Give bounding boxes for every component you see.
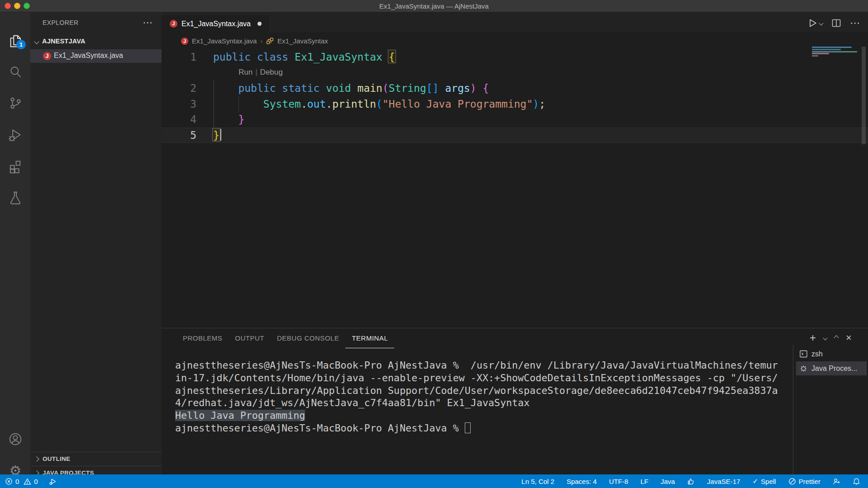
panel-tab-problems[interactable]: PROBLEMS	[176, 328, 229, 348]
minimap-line	[812, 49, 841, 50]
new-terminal-button[interactable]: +	[810, 332, 816, 344]
folder-name: AJNESTJAVA	[42, 38, 86, 45]
terminal-selection: Hello Java Programming	[175, 410, 305, 421]
panel-tab-debug-console[interactable]: DEBUG CONSOLE	[271, 328, 345, 348]
editor-scrollbar[interactable]	[862, 47, 866, 144]
explorer-sidebar: EXPLORER ⋯ AJNESTJAVA J Ex1_JavaSyntax.j…	[30, 12, 162, 474]
tab-ex1-javasyntax[interactable]: J Ex1_JavaSyntax.java	[162, 15, 270, 32]
panel-tab-output[interactable]: OUTPUT	[229, 328, 271, 348]
bottom-panel: PROBLEMSOUTPUTDEBUG CONSOLETERMINAL + × …	[162, 328, 868, 474]
code-text: public static void main(String[] args) {	[213, 81, 489, 96]
editor-tab-bar: J Ex1_JavaSyntax.java ⋯	[162, 12, 868, 32]
status-spell[interactable]: ✓Spell	[751, 474, 777, 488]
code-line-5: 5}	[162, 128, 868, 143]
slash-icon	[788, 478, 796, 485]
chevron-down-icon	[34, 39, 39, 44]
maximize-panel-icon[interactable]	[835, 336, 838, 340]
status-prettier[interactable]: Prettier	[787, 474, 822, 488]
terminal-output[interactable]: ajnesttheseries@AjNesTs-MacBook-Pro AjNe…	[162, 348, 793, 475]
sidebar-section-outline[interactable]: OUTLINE	[30, 452, 162, 466]
more-actions-icon[interactable]: ⋯	[850, 18, 860, 28]
minimap[interactable]	[812, 47, 860, 59]
status-bar: 00 Ln 5, Col 2Spaces: 4UTF-8LFJavaJavaSE…	[0, 474, 868, 488]
unsaved-dot-icon[interactable]	[258, 22, 262, 26]
status-label: JavaSE-17	[707, 478, 740, 485]
activity-account-icon[interactable]	[6, 430, 24, 448]
status-label: Spaces: 4	[567, 478, 597, 485]
code-text: public class Ex1_JavaSyntax {	[213, 49, 395, 65]
symbol-class-icon	[266, 37, 274, 45]
status-bar-left: 00	[4, 474, 58, 488]
code-line-3: 3 System.out.println("Hello Java Program…	[162, 96, 868, 112]
activity-source-control-icon[interactable]	[6, 94, 24, 112]
java-file-icon: J	[181, 38, 188, 45]
terminal-line: 4/redhat.java/jdt_ws/AjNestJava_c7f4aa81…	[175, 397, 791, 409]
status-run-java[interactable]	[48, 474, 58, 488]
activity-bar: 1⚙	[0, 12, 30, 474]
explorer-more-actions-icon[interactable]: ⋯	[143, 17, 153, 28]
code-line-4: 4 }	[162, 112, 868, 128]
code-lens-debug-link[interactable]: Debug	[260, 68, 283, 76]
java-file-icon: J	[43, 52, 51, 60]
breadcrumb-separator: ›	[260, 38, 262, 45]
terminal-list-item-javaproces[interactable]: Java Proces...	[796, 361, 867, 375]
status-bell[interactable]	[851, 474, 862, 488]
status-feedback[interactable]	[831, 474, 842, 488]
close-panel-icon[interactable]: ×	[846, 332, 852, 344]
activity-testing-icon[interactable]	[6, 189, 24, 207]
check-icon: ✓	[753, 477, 758, 485]
chevron-right-icon	[34, 456, 39, 461]
status-label: Ln 5, Col 2	[521, 478, 554, 485]
code-lens-run-link[interactable]: Run	[238, 68, 253, 76]
status-label: 0	[34, 478, 38, 485]
status-utf-8[interactable]: UTF-8	[608, 474, 630, 488]
panel-tab-terminal[interactable]: TERMINAL	[345, 328, 394, 348]
status-0[interactable]: 0	[4, 474, 20, 488]
run-java-button[interactable]	[807, 18, 823, 28]
panel-actions: + ×	[810, 331, 852, 345]
explorer-title: EXPLORER	[43, 19, 78, 26]
code-line-1: 1public class Ex1_JavaSyntax {	[162, 49, 868, 65]
status-java[interactable]: Java	[659, 474, 677, 488]
status-thumbs-up[interactable]	[686, 474, 696, 488]
breadcrumb-file[interactable]: Ex1_JavaSyntax.java	[192, 37, 257, 45]
split-editor-button[interactable]	[831, 18, 842, 28]
breadcrumb-symbol[interactable]: Ex1_JavaSyntax	[277, 37, 328, 45]
minimap-line	[812, 47, 852, 48]
feedback-icon	[833, 478, 840, 485]
activity-search-icon[interactable]	[6, 63, 24, 81]
chevron-down-icon	[819, 21, 824, 25]
section-label: OUTLINE	[43, 455, 70, 462]
line-number: 5	[162, 128, 196, 143]
code-editor[interactable]: 1public class Ex1_JavaSyntax {Run|Debug2…	[162, 49, 868, 328]
java-file-icon: J	[170, 20, 177, 28]
status-lf[interactable]: LF	[639, 474, 650, 488]
code-lens-separator: |	[253, 68, 260, 76]
minimap-line	[812, 55, 818, 57]
status-label: LF	[640, 478, 649, 485]
terminal-list-label: Java Proces...	[811, 365, 857, 373]
terminal-list-item-zsh[interactable]: zsh	[796, 347, 867, 361]
status-spaces-4[interactable]: Spaces: 4	[565, 474, 598, 488]
code-text: }	[213, 112, 244, 128]
status-javase-17[interactable]: JavaSE-17	[706, 474, 741, 488]
activity-extensions-icon[interactable]	[6, 157, 24, 175]
line-number: 1	[162, 49, 196, 65]
code-lens: Run|Debug	[238, 65, 510, 81]
terminal-line: Hello Java Programming	[175, 409, 791, 422]
warning-icon	[24, 478, 31, 485]
minimap-line	[812, 51, 857, 52]
terminal-list-label: zsh	[811, 350, 823, 358]
status-0[interactable]: 0	[22, 474, 39, 488]
sidebar-item-file[interactable]: J Ex1_JavaSyntax.java	[30, 49, 162, 63]
status-ln-5-col-2[interactable]: Ln 5, Col 2	[520, 474, 556, 488]
panel-splitter[interactable]	[793, 345, 793, 475]
status-label: UTF-8	[609, 478, 629, 485]
activity-explorer-icon[interactable]: 1	[6, 32, 24, 50]
error-icon	[5, 478, 13, 485]
activity-run-debug-icon[interactable]	[6, 126, 24, 144]
sidebar-item-folder[interactable]: AJNESTJAVA	[30, 36, 162, 48]
launch-profile-dropdown-icon[interactable]	[824, 336, 827, 340]
title-bar: Ex1_JavaSyntax.java — AjNestJava	[0, 0, 868, 12]
terminal-line: ajnesttheseries@AjNesTs-MacBook-Pro AjNe…	[175, 359, 791, 372]
